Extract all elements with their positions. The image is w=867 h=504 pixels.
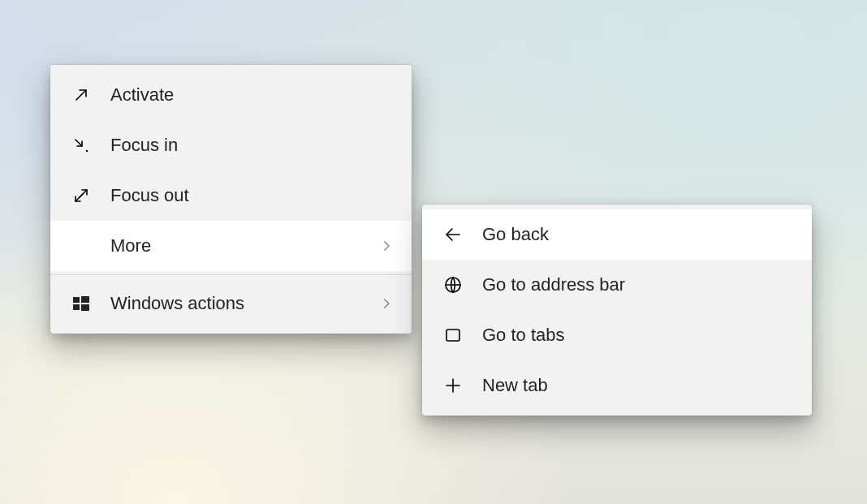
context-menu: Activate Focus in Focus out More — [50, 65, 412, 334]
menu-item-label: Go to address bar — [482, 276, 625, 294]
tab-icon — [443, 325, 463, 345]
menu-item-label: Windows actions — [110, 295, 244, 312]
menu-item-label: Activate — [110, 86, 174, 104]
menu-item-windows-actions[interactable]: Windows actions — [50, 278, 412, 329]
arrow-in-icon — [71, 136, 91, 155]
menu-item-new-tab[interactable]: New tab — [422, 360, 812, 411]
menu-item-label: New tab — [482, 377, 548, 394]
menu-item-go-to-tabs[interactable]: Go to tabs — [422, 310, 812, 360]
menu-item-label: Focus out — [110, 187, 189, 205]
arrow-up-right-icon — [71, 85, 91, 105]
menu-item-focus-in[interactable]: Focus in — [50, 120, 412, 170]
svg-point-0 — [86, 150, 88, 152]
menu-item-label: Go to tabs — [482, 326, 565, 344]
svg-rect-3 — [73, 304, 80, 310]
arrow-out-icon — [71, 186, 91, 205]
arrow-left-icon — [443, 225, 463, 244]
svg-rect-1 — [73, 297, 80, 303]
menu-item-focus-out[interactable]: Focus out — [50, 170, 412, 221]
menu-item-label: Go back — [482, 226, 549, 243]
menu-item-label: Focus in — [110, 136, 178, 154]
menu-item-more[interactable]: More — [50, 221, 412, 271]
chevron-right-icon — [379, 296, 394, 311]
svg-rect-2 — [81, 296, 89, 303]
menu-item-go-to-address-bar[interactable]: Go to address bar — [422, 260, 812, 310]
menu-item-activate[interactable]: Activate — [50, 70, 412, 120]
submenu-more: Go back Go to address bar Go to tabs New… — [422, 205, 812, 416]
windows-logo-icon — [71, 294, 91, 313]
globe-icon — [443, 275, 463, 295]
svg-rect-4 — [81, 304, 89, 311]
menu-item-go-back[interactable]: Go back — [422, 209, 812, 260]
svg-rect-6 — [446, 330, 459, 341]
blank-icon — [71, 236, 91, 256]
menu-separator — [50, 274, 412, 275]
chevron-right-icon — [379, 239, 394, 253]
plus-icon — [443, 376, 463, 395]
menu-item-label: More — [110, 237, 151, 255]
